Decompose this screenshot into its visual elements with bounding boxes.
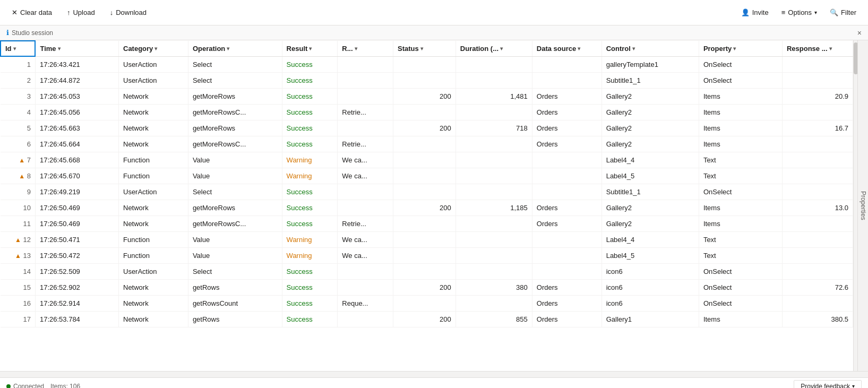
upload-label: Upload [73,8,94,16]
status-left: Connected Items: 106 [6,383,80,389]
table-row[interactable]: 15 17:26:52.902 Network getRows Success … [1,279,853,295]
table-row[interactable]: 3 17:26:45.053 Network getMoreRows Succe… [1,88,853,104]
download-button[interactable]: ↓ Download [105,6,152,19]
cell-duration: 1,185 [456,200,532,215]
properties-label: Properties [860,191,867,220]
cell-r: We ca... [338,247,393,263]
cell-id: ▲ 13 [1,247,35,263]
cell-result: Success [282,279,338,295]
options-label: Options [788,8,812,16]
col-header-operation[interactable]: Operation▾ [188,41,282,56]
cell-r: Retrie... [338,215,393,231]
invite-label: Invite [752,8,769,16]
cell-response: 16.7 [782,120,853,136]
invite-button[interactable]: 👤 Invite [736,6,774,19]
table-row[interactable]: ▲ 13 17:26:50.472 Function Value Warning… [1,247,853,263]
cell-status [393,168,456,184]
cell-control: icon6 [601,263,699,279]
filter-button[interactable]: 🔍 Filter [824,6,862,19]
cell-datasource: Orders [532,215,601,231]
cell-response: 13.0 [782,200,853,215]
cell-operation: getRows [188,279,282,295]
sort-icon-cat: ▾ [154,46,157,51]
table-row[interactable]: 4 17:26:45.056 Network getMoreRowsC... S… [1,104,853,120]
options-chevron-icon: ▾ [814,10,817,15]
sort-icon-resp: ▾ [829,46,832,51]
cell-time: 17:26:50.469 [35,215,118,231]
vertical-scrollbar[interactable] [853,40,857,371]
cell-r: Reque... [338,295,393,311]
table-row[interactable]: 14 17:26:52.509 UserAction Select Succes… [1,263,853,279]
table-row[interactable]: 6 17:26:45.664 Network getMoreRowsC... S… [1,136,853,152]
cell-status [393,72,456,88]
properties-panel-tab[interactable]: Properties [857,40,868,371]
cell-id: 15 [1,279,35,295]
cell-operation: getMoreRows [188,200,282,215]
cell-id: 3 [1,88,35,104]
col-header-response[interactable]: Response ...▾ [782,41,853,56]
cell-time: 17:26:44.872 [35,72,118,88]
toolbar-right: 👤 Invite ≡ Options ▾ 🔍 Filter [736,6,862,19]
table-row[interactable]: ▲ 7 17:26:45.668 Function Value Warning … [1,152,853,168]
cell-category: Network [119,295,188,311]
cell-control: Gallery2 [601,120,699,136]
cell-duration: 855 [456,311,532,327]
table-row[interactable]: ▲ 8 17:26:45.670 Function Value Warning … [1,168,853,184]
cell-datasource: Orders [532,295,601,311]
table-row[interactable]: 17 17:26:53.784 Network getRows Success … [1,311,853,327]
cell-category: Network [119,136,188,152]
cell-control: Gallery2 [601,200,699,215]
table-row[interactable]: 2 17:26:44.872 UserAction Select Success… [1,72,853,88]
col-header-id[interactable]: Id▾ [1,41,35,56]
cell-duration [456,295,532,311]
info-icon: ℹ [6,29,9,37]
close-button[interactable]: × [857,29,862,37]
cell-time: 17:26:52.914 [35,295,118,311]
col-header-status[interactable]: Status▾ [393,41,456,56]
cell-duration [456,215,532,231]
cell-category: Function [119,231,188,247]
cell-time: 17:26:49.219 [35,184,118,200]
table-row[interactable]: ▲ 12 17:26:50.471 Function Value Warning… [1,231,853,247]
col-header-control[interactable]: Control▾ [601,41,699,56]
cell-r [338,56,393,72]
clear-data-button[interactable]: ✕ Clear data [6,6,57,19]
table-row[interactable]: 10 17:26:50.469 Network getMoreRows Succ… [1,200,853,215]
cell-duration [456,56,532,72]
cell-datasource [532,231,601,247]
upload-button[interactable]: ↑ Upload [62,6,100,19]
cell-operation: getMoreRowsC... [188,215,282,231]
sort-icon-op: ▾ [227,46,229,51]
col-header-duration[interactable]: Duration (...▾ [456,41,532,56]
table-row[interactable]: 1 17:26:43.421 UserAction Select Success… [1,56,853,72]
cell-response [782,56,853,72]
cell-operation: getRows [188,311,282,327]
horizontal-scrollbar[interactable] [0,371,868,377]
cell-datasource: Orders [532,200,601,215]
cell-time: 17:26:45.668 [35,152,118,168]
warning-icon: ▲ [19,157,25,164]
table-row[interactable]: 9 17:26:49.219 UserAction Select Success… [1,184,853,200]
cell-operation: getRowsCount [188,295,282,311]
cell-response [782,72,853,88]
cell-datasource [532,152,601,168]
cell-operation: Select [188,56,282,72]
col-header-property[interactable]: Property▾ [699,41,782,56]
options-button[interactable]: ≡ Options ▾ [776,6,822,19]
table-row[interactable]: 5 17:26:45.663 Network getMoreRows Succe… [1,120,853,136]
provide-feedback-button[interactable]: Provide feedback ▾ [794,380,862,389]
table-row[interactable]: 16 17:26:52.914 Network getRowsCount Suc… [1,295,853,311]
col-header-r[interactable]: R...▾ [338,41,393,56]
table-container[interactable]: Id▾ Time▾ Category▾ Operation▾ Result▾ [0,40,853,371]
cell-id: ▲ 7 [1,152,35,168]
col-header-result[interactable]: Result▾ [282,41,338,56]
cell-duration [456,247,532,263]
table-row[interactable]: 11 17:26:50.469 Network getMoreRowsC... … [1,215,853,231]
cell-category: Network [119,279,188,295]
cell-status: 200 [393,120,456,136]
cell-control: Gallery1 [601,311,699,327]
cell-id: 5 [1,120,35,136]
col-header-time[interactable]: Time▾ [35,41,118,56]
col-header-datasource[interactable]: Data source▾ [532,41,601,56]
col-header-category[interactable]: Category▾ [119,41,188,56]
